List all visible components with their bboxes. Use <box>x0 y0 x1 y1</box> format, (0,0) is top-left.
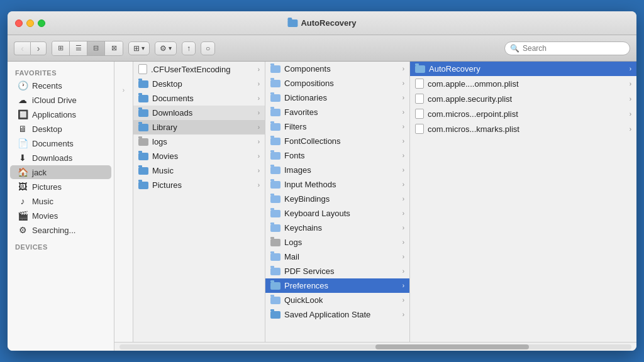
list-item[interactable]: Music › <box>133 163 265 178</box>
recents-icon: 🕐 <box>18 80 28 90</box>
list-item[interactable]: com.micros...kmarks.plist › <box>410 121 636 136</box>
scrollbar-thumb[interactable] <box>375 344 529 349</box>
sidebar-item-downloads[interactable]: ⬇ Downloads <box>10 151 111 165</box>
column-view-button[interactable]: ⊟ <box>87 41 105 55</box>
column-preferences: AutoRecovery › com.apple....ommon.plist … <box>410 62 636 342</box>
list-item[interactable]: logs › <box>133 134 265 149</box>
list-item[interactable]: Documents › <box>133 91 265 106</box>
list-item[interactable]: Downloads › <box>133 106 265 120</box>
item-label: Library <box>152 123 177 132</box>
sidebar-item-movies[interactable]: 🎬 Movies <box>10 209 111 222</box>
cover-flow-button[interactable]: ⊠ <box>105 41 123 55</box>
documents-icon: 📄 <box>18 138 28 148</box>
item-label: QuickLook <box>284 295 323 305</box>
column-home: .CFUserTextEncoding › Desktop › Document… <box>133 62 265 342</box>
item-label: com.apple....ommon.plist <box>428 79 519 89</box>
close-button[interactable] <box>15 19 23 27</box>
sidebar-item-recents[interactable]: 🕐 Recents <box>10 79 111 92</box>
forward-button[interactable]: › <box>30 41 47 55</box>
back-button[interactable]: ‹ <box>14 41 30 55</box>
item-label: Favorites <box>284 107 318 117</box>
list-item[interactable]: com.micros...erpoint.plist › <box>410 106 636 121</box>
list-item[interactable]: QuickLook › <box>265 293 409 307</box>
folder-icon <box>270 94 280 102</box>
sidebar-item-icloud[interactable]: ☁ iCloud Drive <box>10 93 111 107</box>
folder-icon <box>270 181 280 189</box>
main-content: Favorites 🕐 Recents ☁ iCloud Drive 🔲 App… <box>8 62 636 351</box>
list-item-preferences[interactable]: Preferences › <box>265 278 409 293</box>
folder-icon <box>138 95 148 102</box>
list-item[interactable]: Keyboard Layouts › <box>265 206 409 221</box>
list-item[interactable]: Input Methods › <box>265 177 409 192</box>
list-item[interactable]: Components › <box>265 62 409 76</box>
list-item[interactable]: Saved Application State › <box>265 307 409 322</box>
sidebar-item-label: iCloud Drive <box>32 96 77 105</box>
maximize-button[interactable] <box>38 19 45 27</box>
tag-button[interactable]: ○ <box>201 41 215 55</box>
nav-buttons: ‹ › <box>14 41 47 55</box>
item-label: Components <box>284 64 331 74</box>
search-box[interactable]: 🔍 <box>504 41 630 55</box>
list-item[interactable]: Pictures › <box>133 178 265 192</box>
view-controls: ⊞ ☰ ⊟ ⊠ <box>52 41 123 56</box>
icon-view-button[interactable]: ⊞ <box>52 41 70 55</box>
sidebar-item-jack[interactable]: 🏠 jack <box>10 165 111 179</box>
list-item[interactable]: Library › <box>133 120 265 134</box>
sidebar-item-pictures[interactable]: 🖼 Pictures <box>10 180 111 194</box>
search-input[interactable] <box>523 44 625 53</box>
window-title: AutoRecovery <box>287 18 356 28</box>
list-item[interactable]: Filters › <box>265 119 409 134</box>
list-item[interactable]: Logs › <box>265 235 409 250</box>
list-item[interactable]: FontCollections › <box>265 134 409 148</box>
folder-icon <box>270 210 280 217</box>
item-label: .CFUserTextEncoding <box>151 65 230 74</box>
list-item[interactable]: KeyBindings › <box>265 192 409 206</box>
list-item[interactable]: com.apple.security.plist › <box>410 91 636 106</box>
list-item[interactable]: PDF Services › <box>265 264 409 278</box>
scrollbar-track[interactable] <box>119 344 631 349</box>
arrange-button[interactable]: ⊞ ▾ <box>128 41 150 55</box>
folder-icon <box>415 65 425 73</box>
item-label: Movies <box>152 151 178 161</box>
sidebar-item-label: Documents <box>32 139 74 148</box>
folder-icon <box>270 80 280 87</box>
share-button[interactable]: ↑ <box>182 41 196 55</box>
list-item[interactable]: com.apple....ommon.plist › <box>410 76 636 91</box>
sidebar-item-applications[interactable]: 🔲 Applications <box>10 107 111 121</box>
list-item[interactable]: Mail › <box>265 250 409 264</box>
sidebar-item-documents[interactable]: 📄 Documents <box>10 136 111 150</box>
list-item[interactable]: Dictionaries › <box>265 90 409 105</box>
item-label: com.micros...kmarks.plist <box>428 124 519 134</box>
list-item[interactable]: Compositions › <box>265 76 409 90</box>
list-item[interactable]: Movies › <box>133 149 265 163</box>
sidebar-item-desktop[interactable]: 🖥 Desktop <box>10 122 111 136</box>
action-button[interactable]: ⚙ ▾ <box>155 41 177 55</box>
item-label: logs <box>152 137 167 146</box>
folder-icon <box>270 239 280 246</box>
sidebar-item-music[interactable]: ♪ Music <box>10 194 111 208</box>
folder-icon <box>138 109 148 117</box>
item-label: Mail <box>284 252 299 261</box>
item-label: Images <box>284 165 311 175</box>
list-item[interactable]: Images › <box>265 163 409 177</box>
pictures-icon: 🖼 <box>18 182 28 192</box>
list-item-autorecovery[interactable]: AutoRecovery › <box>410 62 636 76</box>
file-icon <box>415 79 424 89</box>
item-label: Saved Application State <box>284 310 370 319</box>
item-label: Fonts <box>284 151 305 160</box>
item-label: com.micros...erpoint.plist <box>428 109 518 119</box>
item-label: Music <box>152 166 174 175</box>
list-item[interactable]: Keychains › <box>265 221 409 235</box>
item-label: KeyBindings <box>284 194 330 204</box>
list-item[interactable]: Favorites › <box>265 105 409 119</box>
item-label: Pictures <box>152 180 182 190</box>
list-item[interactable]: Fonts › <box>265 148 409 163</box>
list-view-button[interactable]: ☰ <box>70 41 87 55</box>
scroll-indicator: › <box>114 62 133 342</box>
minimize-button[interactable] <box>26 19 34 27</box>
list-item[interactable]: Desktop › <box>133 77 265 91</box>
list-item[interactable]: .CFUserTextEncoding › <box>133 62 265 77</box>
sidebar-item-searching[interactable]: ⚙ Searching... <box>10 223 111 237</box>
music-icon: ♪ <box>18 196 28 206</box>
sidebar-item-label: Downloads <box>32 153 72 163</box>
